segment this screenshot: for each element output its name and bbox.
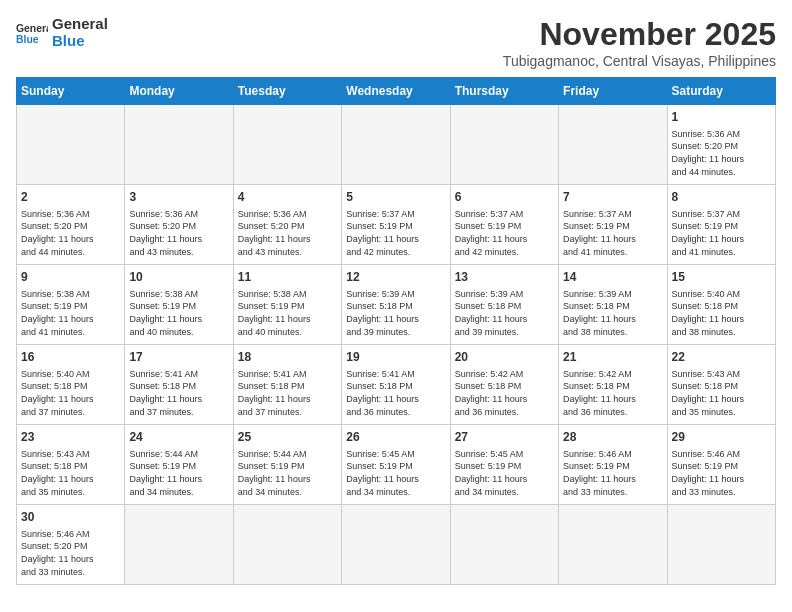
calendar-day-cell: 22Sunrise: 5:43 AM Sunset: 5:18 PM Dayli… [667, 345, 775, 425]
calendar-day-cell: 16Sunrise: 5:40 AM Sunset: 5:18 PM Dayli… [17, 345, 125, 425]
calendar-day-cell: 1Sunrise: 5:36 AM Sunset: 5:20 PM Daylig… [667, 105, 775, 185]
day-info: Sunrise: 5:40 AM Sunset: 5:18 PM Dayligh… [672, 288, 771, 338]
calendar-day-cell: 17Sunrise: 5:41 AM Sunset: 5:18 PM Dayli… [125, 345, 233, 425]
day-info: Sunrise: 5:39 AM Sunset: 5:18 PM Dayligh… [455, 288, 554, 338]
location-subtitle: Tubigagmanoc, Central Visayas, Philippin… [503, 53, 776, 69]
calendar-day-cell: 8Sunrise: 5:37 AM Sunset: 5:19 PM Daylig… [667, 185, 775, 265]
svg-text:General: General [16, 23, 48, 34]
day-info: Sunrise: 5:36 AM Sunset: 5:20 PM Dayligh… [21, 208, 120, 258]
day-info: Sunrise: 5:38 AM Sunset: 5:19 PM Dayligh… [238, 288, 337, 338]
day-number: 13 [455, 269, 554, 286]
calendar-day-cell: 26Sunrise: 5:45 AM Sunset: 5:19 PM Dayli… [342, 425, 450, 505]
calendar-day-cell [125, 105, 233, 185]
day-info: Sunrise: 5:42 AM Sunset: 5:18 PM Dayligh… [455, 368, 554, 418]
calendar-day-cell: 6Sunrise: 5:37 AM Sunset: 5:19 PM Daylig… [450, 185, 558, 265]
calendar-day-cell [559, 105, 667, 185]
svg-text:Blue: Blue [16, 33, 39, 44]
day-number: 27 [455, 429, 554, 446]
logo-general-text: General [52, 16, 108, 33]
calendar-week-row: 23Sunrise: 5:43 AM Sunset: 5:18 PM Dayli… [17, 425, 776, 505]
day-info: Sunrise: 5:37 AM Sunset: 5:19 PM Dayligh… [455, 208, 554, 258]
day-number: 14 [563, 269, 662, 286]
day-info: Sunrise: 5:36 AM Sunset: 5:20 PM Dayligh… [238, 208, 337, 258]
day-info: Sunrise: 5:44 AM Sunset: 5:19 PM Dayligh… [238, 448, 337, 498]
header-friday: Friday [559, 78, 667, 105]
day-number: 28 [563, 429, 662, 446]
day-info: Sunrise: 5:46 AM Sunset: 5:19 PM Dayligh… [563, 448, 662, 498]
day-number: 12 [346, 269, 445, 286]
day-number: 3 [129, 189, 228, 206]
day-number: 16 [21, 349, 120, 366]
day-info: Sunrise: 5:43 AM Sunset: 5:18 PM Dayligh… [672, 368, 771, 418]
day-info: Sunrise: 5:36 AM Sunset: 5:20 PM Dayligh… [672, 128, 771, 178]
calendar-table: SundayMondayTuesdayWednesdayThursdayFrid… [16, 77, 776, 585]
day-info: Sunrise: 5:38 AM Sunset: 5:19 PM Dayligh… [129, 288, 228, 338]
calendar-day-cell: 10Sunrise: 5:38 AM Sunset: 5:19 PM Dayli… [125, 265, 233, 345]
calendar-day-cell: 19Sunrise: 5:41 AM Sunset: 5:18 PM Dayli… [342, 345, 450, 425]
calendar-day-cell [559, 505, 667, 585]
calendar-week-row: 9Sunrise: 5:38 AM Sunset: 5:19 PM Daylig… [17, 265, 776, 345]
calendar-day-cell [342, 105, 450, 185]
day-info: Sunrise: 5:42 AM Sunset: 5:18 PM Dayligh… [563, 368, 662, 418]
logo-svg: General Blue [16, 21, 48, 45]
calendar-week-row: 16Sunrise: 5:40 AM Sunset: 5:18 PM Dayli… [17, 345, 776, 425]
header-tuesday: Tuesday [233, 78, 341, 105]
calendar-day-cell [667, 505, 775, 585]
calendar-day-cell: 29Sunrise: 5:46 AM Sunset: 5:19 PM Dayli… [667, 425, 775, 505]
month-title: November 2025 [503, 16, 776, 53]
day-info: Sunrise: 5:36 AM Sunset: 5:20 PM Dayligh… [129, 208, 228, 258]
calendar-week-row: 1Sunrise: 5:36 AM Sunset: 5:20 PM Daylig… [17, 105, 776, 185]
calendar-week-row: 2Sunrise: 5:36 AM Sunset: 5:20 PM Daylig… [17, 185, 776, 265]
day-number: 1 [672, 109, 771, 126]
calendar-day-cell: 4Sunrise: 5:36 AM Sunset: 5:20 PM Daylig… [233, 185, 341, 265]
logo-blue-text: Blue [52, 33, 108, 50]
day-number: 21 [563, 349, 662, 366]
header-wednesday: Wednesday [342, 78, 450, 105]
calendar-day-cell [450, 105, 558, 185]
calendar-week-row: 30Sunrise: 5:46 AM Sunset: 5:20 PM Dayli… [17, 505, 776, 585]
calendar-header-row: SundayMondayTuesdayWednesdayThursdayFrid… [17, 78, 776, 105]
day-number: 2 [21, 189, 120, 206]
calendar-day-cell: 5Sunrise: 5:37 AM Sunset: 5:19 PM Daylig… [342, 185, 450, 265]
calendar-day-cell [450, 505, 558, 585]
title-block: November 2025 Tubigagmanoc, Central Visa… [503, 16, 776, 69]
day-number: 26 [346, 429, 445, 446]
day-number: 6 [455, 189, 554, 206]
page-header: General Blue General Blue November 2025 … [16, 16, 776, 69]
calendar-day-cell: 12Sunrise: 5:39 AM Sunset: 5:18 PM Dayli… [342, 265, 450, 345]
day-info: Sunrise: 5:41 AM Sunset: 5:18 PM Dayligh… [346, 368, 445, 418]
calendar-day-cell: 11Sunrise: 5:38 AM Sunset: 5:19 PM Dayli… [233, 265, 341, 345]
calendar-day-cell: 24Sunrise: 5:44 AM Sunset: 5:19 PM Dayli… [125, 425, 233, 505]
day-number: 23 [21, 429, 120, 446]
day-info: Sunrise: 5:37 AM Sunset: 5:19 PM Dayligh… [672, 208, 771, 258]
calendar-day-cell: 30Sunrise: 5:46 AM Sunset: 5:20 PM Dayli… [17, 505, 125, 585]
day-number: 22 [672, 349, 771, 366]
day-info: Sunrise: 5:46 AM Sunset: 5:20 PM Dayligh… [21, 528, 120, 578]
calendar-day-cell [233, 505, 341, 585]
calendar-day-cell: 7Sunrise: 5:37 AM Sunset: 5:19 PM Daylig… [559, 185, 667, 265]
calendar-day-cell: 9Sunrise: 5:38 AM Sunset: 5:19 PM Daylig… [17, 265, 125, 345]
day-info: Sunrise: 5:41 AM Sunset: 5:18 PM Dayligh… [129, 368, 228, 418]
calendar-day-cell: 23Sunrise: 5:43 AM Sunset: 5:18 PM Dayli… [17, 425, 125, 505]
calendar-day-cell: 21Sunrise: 5:42 AM Sunset: 5:18 PM Dayli… [559, 345, 667, 425]
calendar-day-cell: 28Sunrise: 5:46 AM Sunset: 5:19 PM Dayli… [559, 425, 667, 505]
day-number: 18 [238, 349, 337, 366]
day-info: Sunrise: 5:41 AM Sunset: 5:18 PM Dayligh… [238, 368, 337, 418]
day-info: Sunrise: 5:40 AM Sunset: 5:18 PM Dayligh… [21, 368, 120, 418]
day-info: Sunrise: 5:46 AM Sunset: 5:19 PM Dayligh… [672, 448, 771, 498]
day-number: 7 [563, 189, 662, 206]
day-info: Sunrise: 5:39 AM Sunset: 5:18 PM Dayligh… [346, 288, 445, 338]
calendar-day-cell [125, 505, 233, 585]
calendar-day-cell: 20Sunrise: 5:42 AM Sunset: 5:18 PM Dayli… [450, 345, 558, 425]
calendar-day-cell [233, 105, 341, 185]
day-info: Sunrise: 5:37 AM Sunset: 5:19 PM Dayligh… [346, 208, 445, 258]
day-number: 11 [238, 269, 337, 286]
calendar-day-cell: 25Sunrise: 5:44 AM Sunset: 5:19 PM Dayli… [233, 425, 341, 505]
header-monday: Monday [125, 78, 233, 105]
day-number: 30 [21, 509, 120, 526]
day-number: 24 [129, 429, 228, 446]
header-saturday: Saturday [667, 78, 775, 105]
day-number: 5 [346, 189, 445, 206]
day-number: 17 [129, 349, 228, 366]
day-number: 15 [672, 269, 771, 286]
